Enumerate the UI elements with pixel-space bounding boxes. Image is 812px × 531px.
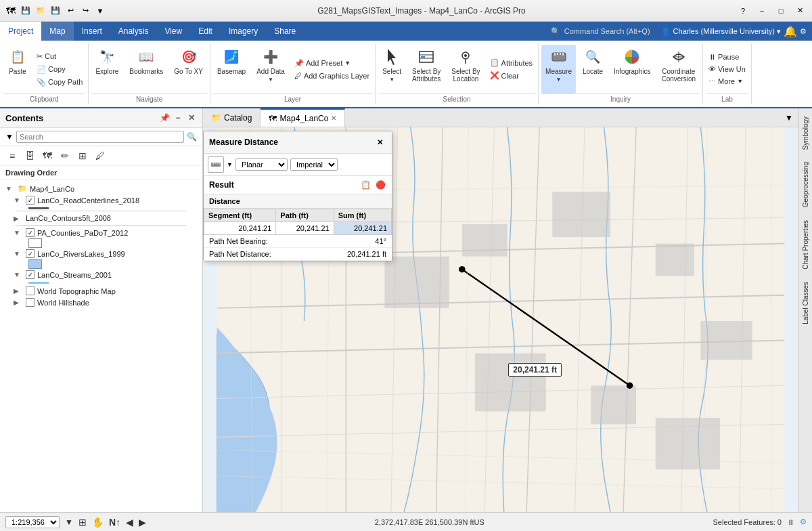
measure-mode-dropdown-arrow[interactable]: ▼ xyxy=(227,161,233,168)
locate-button[interactable]: 🔍 Locate xyxy=(579,45,607,93)
layer-map-btn[interactable]: 🗺 xyxy=(39,148,55,164)
pause-button[interactable]: ⏸ Pause xyxy=(706,51,748,62)
redo-btn[interactable]: ↪ xyxy=(78,4,92,18)
tab-dropdown-btn[interactable]: ▼ xyxy=(780,113,798,123)
sidebar-close-btn[interactable]: ✕ xyxy=(186,112,197,123)
pan-icon[interactable]: ✋ xyxy=(92,517,104,528)
layer-list-view-btn[interactable]: ≡ xyxy=(4,148,20,164)
add-graphics-button[interactable]: 🖊 Add Graphics Layer xyxy=(292,70,372,81)
view-un-button[interactable]: 👁 View Un xyxy=(706,64,748,75)
expand-icon-pa-counties[interactable]: ▼ xyxy=(14,229,23,236)
menu-tab-imagery[interactable]: Imagery xyxy=(221,22,266,41)
maximize-btn[interactable]: □ xyxy=(774,4,788,18)
title-bar-controls[interactable]: ? − □ ✕ xyxy=(736,4,807,18)
checkbox-rivers[interactable]: ✓ xyxy=(26,249,35,258)
bookmarks-button[interactable]: 📖 Bookmarks xyxy=(125,45,167,93)
menu-tab-analysis[interactable]: Analysis xyxy=(110,22,157,41)
menu-tab-map[interactable]: Map xyxy=(41,22,73,41)
search-input[interactable] xyxy=(16,131,184,143)
menu-tab-insert[interactable]: Insert xyxy=(74,22,110,41)
menu-tab-edit[interactable]: Edit xyxy=(190,22,221,41)
measure-button[interactable]: Measure ▼ xyxy=(541,45,576,93)
right-panel-label-classes[interactable]: Label Classes xyxy=(802,276,809,330)
measure-popup-title[interactable]: Measure Distance ✕ xyxy=(204,131,392,154)
customize-btn[interactable]: ▼ xyxy=(93,4,107,18)
sidebar-pin-btn[interactable]: 📌 xyxy=(159,112,170,123)
right-panel-geoprocessing[interactable]: Geoprocessing xyxy=(802,156,809,213)
measure-unit-select[interactable]: Imperial Metric xyxy=(290,158,338,171)
minimize-btn[interactable]: − xyxy=(755,4,769,18)
zoom-fit-icon[interactable]: ⊞ xyxy=(78,517,87,528)
expand-icon-map4[interactable]: ▼ xyxy=(5,185,15,192)
tab-map4[interactable]: 🗺 Map4_LanCo ✕ xyxy=(261,108,345,127)
right-panel-chart-properties[interactable]: Chart Properties xyxy=(802,215,809,275)
quick-access-toolbar[interactable]: 💾 📁 💾 ↩ ↪ ▼ xyxy=(19,4,107,18)
checkbox-roads[interactable]: ✓ xyxy=(26,196,35,205)
layer-item-roads[interactable]: ▼ ✓ LanCo_RoadCenterlines_2018 xyxy=(0,194,202,206)
expand-icon-contours[interactable]: ▶ xyxy=(14,215,23,222)
expand-icon-hillshade[interactable]: ▶ xyxy=(14,299,23,306)
checkbox-hillshade[interactable] xyxy=(26,298,35,307)
select-button[interactable]: Select ▼ xyxy=(378,45,405,93)
layer-item-rivers[interactable]: ▼ ✓ LanCo_RiversLakes_1999 xyxy=(0,248,202,259)
open-btn[interactable]: 📁 xyxy=(34,4,47,18)
map-tab-close-btn[interactable]: ✕ xyxy=(331,114,336,122)
map-canvas[interactable]: Measure Distance ✕ ▼ Planar Geodesic Imp… xyxy=(203,127,798,512)
layer-grid-btn[interactable]: ⊞ xyxy=(74,148,91,164)
infographics-button[interactable]: Infographics xyxy=(610,45,654,93)
nav-left-btn[interactable]: ◀ xyxy=(126,517,133,528)
expand-icon-streams[interactable]: ▼ xyxy=(14,271,23,278)
clear-button[interactable]: ❌ Clear xyxy=(487,70,535,81)
goto-xy-button[interactable]: 🎯 Go To XY xyxy=(170,45,207,93)
add-data-button[interactable]: ➕ Add Data ▼ xyxy=(252,45,289,93)
measure-mode-icon-btn[interactable] xyxy=(208,156,224,173)
expand-icon-roads[interactable]: ▼ xyxy=(14,196,23,204)
tab-catalog[interactable]: 📁 Catalog xyxy=(203,108,261,127)
nav-right-btn[interactable]: ▶ xyxy=(139,517,146,528)
right-panel-symbology[interactable]: Symbology xyxy=(802,111,809,155)
layer-item-topo[interactable]: ▶ World Topographic Map xyxy=(0,285,202,297)
help-btn[interactable]: ? xyxy=(736,4,750,18)
settings-status-btn[interactable]: ⚙ xyxy=(800,517,807,526)
undo-btn[interactable]: ↩ xyxy=(64,4,77,18)
expand-icon-rivers[interactable]: ▼ xyxy=(14,250,23,257)
layer-item-hillshade[interactable]: ▶ World Hillshade xyxy=(0,297,202,308)
coord-conv-button[interactable]: CoordinateConversion xyxy=(657,45,700,93)
layer-highlight-btn[interactable]: 🖊 xyxy=(92,148,108,164)
checkbox-streams[interactable]: ✓ xyxy=(26,270,35,279)
more-button[interactable]: ⋯ More ▼ xyxy=(706,76,748,87)
explore-button[interactable]: 🔭 Explore xyxy=(91,45,122,93)
save-btn[interactable]: 💾 xyxy=(19,4,32,18)
command-search[interactable]: Command Search (Alt+Q) xyxy=(564,27,650,35)
copy-result-btn[interactable]: 📋 xyxy=(359,179,371,191)
menu-tab-view[interactable]: View xyxy=(156,22,190,41)
expand-icon-topo[interactable]: ▶ xyxy=(14,287,23,295)
save-btn2[interactable]: 💾 xyxy=(49,4,62,18)
sidebar-minimize-btn[interactable]: − xyxy=(173,112,183,123)
copy-path-button[interactable]: 📎 Copy Path xyxy=(34,77,85,88)
layer-item-streams[interactable]: ▼ ✓ LanCo_Streams_2001 xyxy=(0,269,202,280)
select-by-loc-button[interactable]: Select ByLocation xyxy=(447,45,484,93)
measure-method-select[interactable]: Planar Geodesic xyxy=(235,158,288,171)
copy-button[interactable]: 📄 Copy xyxy=(34,64,85,75)
layer-item-map4[interactable]: ▼ 📁 Map4_LanCo xyxy=(0,183,202,194)
menu-tab-project[interactable]: Project xyxy=(0,22,41,41)
search-icon[interactable]: 🔍 xyxy=(187,132,197,142)
checkbox-pa-counties[interactable]: ✓ xyxy=(26,228,35,237)
select-by-attr-button[interactable]: Select ByAttributes xyxy=(408,45,445,93)
layer-item-pa-counties[interactable]: ▼ ✓ PA_Counties_PaDoT_2012 xyxy=(0,227,202,238)
pause-status-btn[interactable]: ⏸ xyxy=(787,518,794,526)
layer-edit-btn[interactable]: ✏ xyxy=(57,148,73,164)
paste-button[interactable]: 📋 Paste xyxy=(3,45,32,93)
cut-button[interactable]: ✂ Cut xyxy=(34,51,85,62)
sidebar-header-buttons[interactable]: 📌 − ✕ xyxy=(159,112,197,123)
close-btn[interactable]: ✕ xyxy=(793,4,807,18)
attributes-button[interactable]: 📋 Attributes xyxy=(487,57,535,68)
measure-popup-close-btn[interactable]: ✕ xyxy=(373,135,386,149)
basemap-button[interactable]: 🗾 Basemap xyxy=(213,45,250,93)
scale-select[interactable]: 1:219,356 xyxy=(5,516,60,528)
checkbox-topo[interactable] xyxy=(26,286,35,295)
layer-db-btn[interactable]: 🗄 xyxy=(22,148,38,164)
add-preset-button[interactable]: 📌 Add Preset ▼ xyxy=(292,58,372,69)
layer-item-contours[interactable]: ▶ LanCo_Contours5ft_2008 xyxy=(0,213,202,224)
